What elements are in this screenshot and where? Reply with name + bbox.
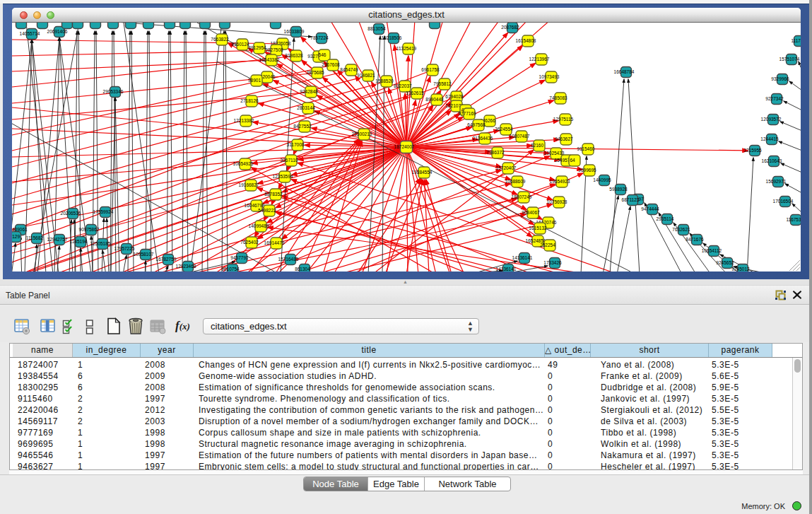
svg-text:39129: 39129: [12, 234, 20, 239]
svg-text:8912954: 8912954: [248, 45, 266, 50]
svg-text:9084067: 9084067: [522, 210, 540, 215]
svg-text:7663822: 7663822: [211, 37, 229, 42]
svg-text:5498222: 5498222: [258, 208, 276, 213]
svg-text:19218506: 19218506: [382, 35, 402, 40]
svg-text:9115460: 9115460: [577, 146, 595, 151]
svg-text:17359924: 17359924: [93, 209, 114, 214]
svg-text:252254: 252254: [540, 243, 555, 247]
svg-text:9245652: 9245652: [716, 260, 734, 265]
svg-text:15692971: 15692971: [766, 179, 787, 184]
svg-text:6497568: 6497568: [467, 122, 486, 127]
svg-text:8878352: 8878352: [264, 192, 283, 197]
svg-text:2718126: 2718126: [240, 98, 259, 103]
svg-text:10756928: 10756928: [547, 199, 567, 204]
svg-text:8990448: 8990448: [425, 97, 444, 102]
svg-text:20206536: 20206536: [61, 211, 81, 216]
svg-text:8471676: 8471676: [686, 237, 704, 242]
svg-text:14136141: 14136141: [496, 267, 517, 271]
svg-text:25300213: 25300213: [352, 132, 372, 136]
svg-text:6871123: 6871123: [622, 197, 640, 202]
svg-text:3624554: 3624554: [495, 127, 513, 132]
svg-text:16914479: 16914479: [264, 240, 285, 245]
svg-text:2803144: 2803144: [297, 105, 315, 110]
svg-text:9146821: 9146821: [357, 73, 375, 78]
svg-text:8427552: 8427552: [293, 124, 312, 129]
svg-text:2367608: 2367608: [322, 62, 340, 67]
svg-text:7625402: 7625402: [240, 240, 259, 245]
svg-text:14099489: 14099489: [249, 223, 269, 228]
svg-text:12213967: 12213967: [529, 57, 550, 62]
svg-text:12942757: 12942757: [47, 237, 68, 242]
svg-text:14055714: 14055714: [20, 31, 40, 36]
svg-text:2087682: 2087682: [501, 25, 519, 30]
svg-text:9227342: 9227342: [765, 96, 784, 101]
svg-text:8322037: 8322037: [394, 83, 412, 88]
svg-text:20691406: 20691406: [47, 29, 68, 34]
svg-text:7857224: 7857224: [310, 35, 329, 40]
svg-text:9474444: 9474444: [641, 206, 659, 211]
svg-text:16154808: 16154808: [516, 38, 536, 43]
svg-text:8160124: 8160124: [231, 42, 249, 47]
svg-text:9242848: 9242848: [300, 89, 318, 94]
svg-text:7955812: 7955812: [433, 81, 452, 86]
svg-text:9463627: 9463627: [555, 136, 573, 141]
svg-text:16033809: 16033809: [284, 29, 305, 34]
svg-text:9457791: 9457791: [230, 255, 249, 260]
svg-text:10654925: 10654925: [233, 161, 254, 166]
svg-text:17016504: 17016504: [773, 199, 794, 204]
svg-text:1115682: 1115682: [26, 235, 44, 240]
svg-text:15751074: 15751074: [779, 57, 800, 62]
svg-text:1615132: 1615132: [529, 226, 547, 230]
svg-text:18724007: 18724007: [394, 144, 415, 149]
svg-text:12505185: 12505185: [90, 241, 111, 246]
svg-text:1733426: 1733426: [543, 260, 562, 265]
svg-text:19166827: 19166827: [239, 182, 259, 187]
svg-text:62160: 62160: [531, 143, 543, 148]
svg-text:8454749: 8454749: [340, 67, 358, 72]
svg-text:7632621: 7632621: [672, 227, 690, 232]
svg-text:7986372: 7986372: [486, 150, 505, 155]
svg-text:6794028: 6794028: [445, 94, 464, 99]
svg-text:861304: 861304: [295, 267, 310, 271]
svg-text:16046798: 16046798: [245, 203, 265, 208]
svg-text:15720407: 15720407: [496, 165, 517, 170]
svg-text:11325419: 11325419: [396, 46, 417, 51]
svg-text:1362615: 1362615: [406, 90, 424, 95]
svg-text:19654923: 19654923: [550, 179, 570, 184]
svg-text:14136141: 14136141: [512, 255, 533, 260]
svg-text:10958107: 10958107: [134, 252, 154, 257]
svg-text:3117008: 3117008: [287, 142, 305, 147]
svg-text:15716485: 15716485: [278, 257, 299, 262]
svg-text:2935114: 2935114: [657, 216, 674, 221]
svg-text:8813054: 8813054: [367, 26, 386, 31]
svg-text:9827508: 9827508: [265, 47, 283, 52]
svg-text:98901: 98901: [248, 78, 261, 83]
svg-text:9777169: 9777169: [458, 111, 476, 116]
svg-text:9699695: 9699695: [578, 168, 596, 173]
svg-text:5938928: 5938928: [609, 187, 628, 192]
svg-text:6961758: 6961758: [421, 67, 440, 72]
svg-text:64: 64: [570, 158, 575, 163]
svg-text:10973493: 10973493: [539, 74, 560, 79]
svg-text:3215955: 3215955: [743, 148, 762, 153]
svg-text:9610754: 9610754: [221, 267, 240, 271]
svg-text:1588520: 1588520: [375, 78, 394, 83]
svg-text:21364436: 21364436: [473, 136, 493, 141]
svg-text:12213382: 12213382: [234, 118, 254, 123]
svg-text:10807487: 10807487: [510, 134, 530, 139]
svg-text:3267110: 3267110: [281, 158, 298, 163]
svg-text:12093572: 12093572: [761, 117, 782, 122]
svg-text:16782759: 16782759: [156, 257, 177, 262]
svg-text:18807249: 18807249: [512, 194, 532, 199]
svg-text:546: 546: [319, 52, 326, 57]
svg-text:1244415: 1244415: [760, 136, 779, 141]
svg-text:29053346: 29053346: [103, 89, 124, 94]
svg-text:12923468: 12923468: [176, 264, 196, 269]
svg-text:10543382: 10543382: [259, 57, 280, 62]
svg-text:19384554: 19384554: [412, 170, 433, 175]
svg-text:90975867: 90975867: [79, 227, 100, 232]
svg-text:12975115: 12975115: [553, 117, 574, 122]
svg-text:7485083: 7485083: [549, 95, 567, 100]
svg-text:9329966: 9329966: [771, 76, 789, 81]
svg-text:1145194: 1145194: [70, 239, 88, 244]
